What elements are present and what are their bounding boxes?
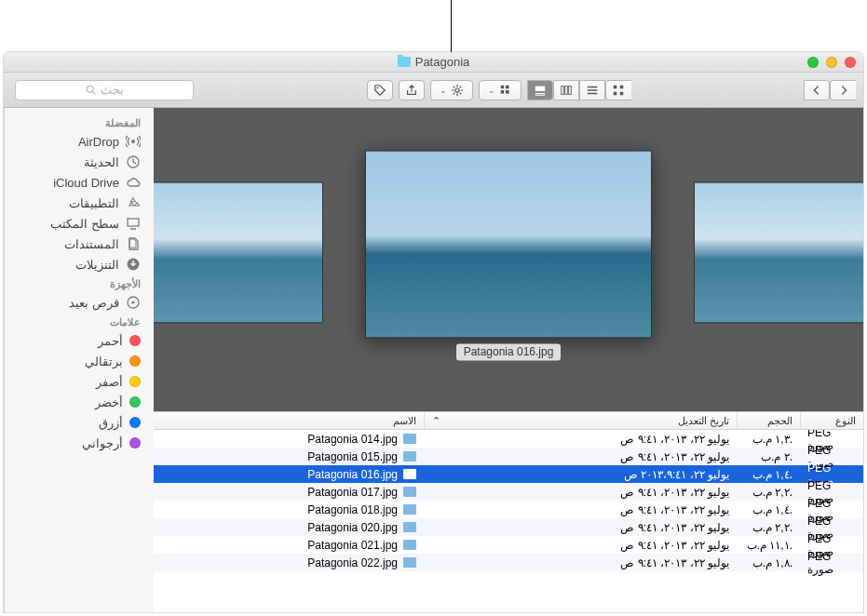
sidebar-item-device[interactable]: قرص بعيد <box>5 292 154 313</box>
sidebar-item-favorite[interactable]: سطح المكتب <box>5 213 154 234</box>
view-icon-button[interactable] <box>605 80 631 100</box>
svg-point-13 <box>376 87 378 88</box>
sidebar-item-tag[interactable]: برتقالي <box>5 351 154 371</box>
actions-button[interactable]: ⌄ <box>430 80 473 100</box>
sidebar-item-tag[interactable]: أزرق <box>5 412 154 433</box>
maximize-button[interactable] <box>807 57 819 68</box>
cell-date: يوليو ٢٢، ٢٠١٣،٩:٤١ ص <box>424 468 737 481</box>
tag-icon <box>129 437 141 449</box>
sidebar-item-tag[interactable]: أرجواني <box>5 433 154 453</box>
image-file-icon <box>403 557 416 568</box>
coverflow-label: Patagonia 016.jpg <box>456 343 562 360</box>
tag-icon <box>129 417 141 428</box>
svg-rect-7 <box>535 86 545 90</box>
documents-icon <box>126 236 141 251</box>
finder-window: Patagonia ⌄ ⌄ بحث <box>4 52 863 612</box>
file-row[interactable]: Patagonia 017.jpgيوليو ٢٢، ٢٠١٣، ٩:٤١ ص٢… <box>154 483 863 501</box>
sidebar-item-tag[interactable]: أحمر <box>5 330 154 351</box>
back-button[interactable] <box>804 80 830 100</box>
cell-name: Patagonia 017.jpg <box>154 486 424 499</box>
svg-rect-0 <box>614 85 617 88</box>
column-name[interactable]: الاسم <box>154 412 424 429</box>
cell-name: Patagonia 016.jpg <box>154 468 424 481</box>
image-file-icon <box>403 540 416 550</box>
tag-icon <box>129 355 141 367</box>
downloads-icon <box>126 257 141 272</box>
traffic-lights <box>807 57 856 68</box>
titlebar[interactable]: Patagonia <box>4 52 863 73</box>
callout-line <box>451 0 452 52</box>
sidebar-item-favorite[interactable]: المستندات <box>5 234 154 254</box>
sidebar-item-favorite[interactable]: iCloud Drive <box>5 172 154 193</box>
share-icon <box>405 84 418 97</box>
image-file-icon <box>403 522 416 532</box>
cell-size: ٢ م.ب. <box>737 450 800 463</box>
file-row[interactable]: Patagonia 020.jpgيوليو ٢٢، ٢٠١٣، ٩:٤١ ص٢… <box>154 518 863 536</box>
view-columns-button[interactable] <box>553 80 579 100</box>
chevron-left-icon <box>810 84 823 97</box>
minimize-button[interactable] <box>826 57 837 68</box>
cell-date: يوليو ٢٢، ٢٠١٣، ٩:٤١ ص <box>424 433 737 446</box>
image-file-icon <box>403 451 416 462</box>
svg-rect-21 <box>403 540 416 550</box>
file-row[interactable]: Patagonia 016.jpgيوليو ٢٢، ٢٠١٣،٩:٤١ ص١,… <box>154 465 863 483</box>
svg-point-12 <box>454 87 458 91</box>
share-button[interactable] <box>399 80 425 100</box>
apps-icon <box>126 195 141 210</box>
desktop-icon <box>126 216 141 231</box>
sidebar-item-favorite[interactable]: التنزيلات <box>5 254 154 275</box>
arrange-button[interactable]: ⌄ <box>479 80 522 100</box>
coverflow-next-image[interactable] <box>694 181 863 323</box>
sidebar-item-favorite[interactable]: التطبيقات <box>5 193 154 213</box>
view-list-button[interactable] <box>579 80 605 100</box>
coverflow-icon <box>534 84 547 97</box>
coverflow-selected[interactable]: Patagonia 016.jpg <box>365 150 652 360</box>
sidebar-item-tag[interactable]: أخضر <box>5 392 154 412</box>
svg-rect-1 <box>620 85 624 88</box>
file-row[interactable]: Patagonia 021.jpgيوليو ٢٢، ٢٠١٣، ٩:٤١ ص١… <box>154 536 863 554</box>
tag-icon <box>129 335 141 346</box>
file-row[interactable]: Patagonia 015.jpgيوليو ٢٢، ٢٠١٣، ٩:٤١ ص٢… <box>154 448 863 465</box>
sort-caret-icon: ⌃ <box>432 415 440 427</box>
file-row[interactable]: Patagonia 018.jpgيوليو ٢٢، ٢٠١٣، ٩:٤١ ص١… <box>154 501 863 518</box>
tags-button[interactable] <box>367 80 393 100</box>
search-field[interactable]: بحث <box>15 80 194 100</box>
svg-rect-5 <box>564 86 567 94</box>
sidebar-item-label: أزرق <box>99 416 123 430</box>
file-list[interactable]: Patagonia 014.jpgيوليو ٢٢، ٢٠١٣، ٩:٤١ ص١… <box>154 430 863 612</box>
svg-rect-16 <box>403 451 416 462</box>
columns-icon <box>560 84 573 97</box>
svg-point-23 <box>131 140 135 143</box>
sidebar-item-label: أصفر <box>96 375 123 389</box>
svg-rect-19 <box>403 504 416 515</box>
svg-rect-11 <box>506 90 509 94</box>
cell-size: ١,٤ م.ب. <box>737 468 800 481</box>
column-date[interactable]: ⌃ تاريخ التعديل <box>424 412 737 429</box>
cell-size: ٢,٢ م.ب. <box>737 486 800 499</box>
toolbar: ⌄ ⌄ بحث <box>4 73 863 108</box>
sidebar-item-favorite[interactable]: AirDrop <box>5 131 154 152</box>
window-title: Patagonia <box>415 55 470 69</box>
cell-date: يوليو ٢٢، ٢٠١٣، ٩:٤١ ص <box>424 450 737 463</box>
tags-heading: علامات <box>5 313 154 330</box>
svg-point-14 <box>87 86 93 92</box>
search-placeholder: بحث <box>101 83 124 97</box>
close-button[interactable] <box>845 57 856 68</box>
coverflow-area[interactable]: Patagonia 016.jpg <box>154 108 863 411</box>
tag-icon <box>129 376 141 387</box>
sidebar-item-label: iCloud Drive <box>53 176 119 190</box>
svg-rect-17 <box>403 469 416 479</box>
cell-date: يوليو ٢٢، ٢٠١٣، ٩:٤١ ص <box>424 503 737 516</box>
coverflow-prev-image[interactable] <box>154 181 323 323</box>
column-size[interactable]: الحجم <box>737 412 800 429</box>
view-coverflow-button[interactable] <box>527 80 553 100</box>
column-kind[interactable]: النوع <box>800 412 863 429</box>
sidebar-item-tag[interactable]: أصفر <box>5 371 154 392</box>
chevron-right-icon <box>837 84 850 97</box>
nav-buttons <box>804 80 856 100</box>
forward-button[interactable] <box>830 80 856 100</box>
file-row[interactable]: Patagonia 022.jpgيوليو ٢٢، ٢٠١٣، ٩:٤١ ص١… <box>154 554 863 571</box>
sidebar-item-favorite[interactable]: الحديثة <box>5 152 154 172</box>
file-row[interactable]: Patagonia 014.jpgيوليو ٢٢، ٢٠١٣، ٩:٤١ ص١… <box>154 430 863 448</box>
svg-rect-4 <box>561 86 563 94</box>
